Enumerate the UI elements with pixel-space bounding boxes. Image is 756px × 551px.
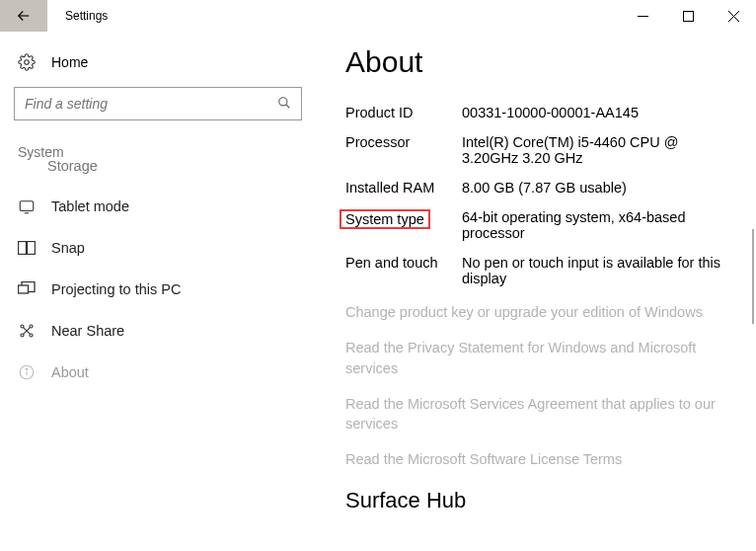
sidebar-item-label: About <box>51 364 89 380</box>
sidebar-item-about[interactable]: About <box>14 352 302 393</box>
close-button[interactable] <box>711 0 756 32</box>
svg-rect-7 <box>19 242 27 255</box>
svg-rect-10 <box>19 285 29 293</box>
sidebar-item-near-share[interactable]: Near Share <box>14 310 302 352</box>
svg-point-19 <box>26 368 27 369</box>
maximize-icon <box>683 11 694 22</box>
minimize-icon <box>638 11 648 22</box>
search-icon <box>277 96 291 113</box>
sidebar-item-label: Projecting to this PC <box>51 281 181 297</box>
snap-icon <box>18 239 36 257</box>
svg-point-14 <box>30 334 33 337</box>
spec-row-truncated: OS Build 15063.1387 <box>345 81 730 91</box>
info-icon <box>18 363 36 381</box>
spec-row-pen-touch: Pen and touch No pen or touch input is a… <box>345 255 730 286</box>
spec-value: 00331-10000-00001-AA145 <box>462 105 730 120</box>
svg-rect-1 <box>683 11 693 21</box>
sidebar-item-label: Tablet mode <box>51 198 129 214</box>
page-title: About <box>345 45 730 79</box>
gear-icon <box>18 53 36 71</box>
tablet-icon <box>18 197 36 215</box>
search-input[interactable] <box>25 96 277 112</box>
subheading-surface-hub: Surface Hub <box>345 488 730 513</box>
svg-rect-5 <box>20 201 34 211</box>
spec-row-system-type: System type 64-bit operating system, x64… <box>345 209 730 241</box>
spec-row-ram: Installed RAM 8.00 GB (7.87 GB usable) <box>345 180 730 196</box>
spec-label: OS Build <box>345 81 462 83</box>
spec-value: 64-bit operating system, x64-based proce… <box>462 209 730 241</box>
sidebar-item-storage[interactable]: Storage <box>14 158 302 186</box>
link-services-agreement[interactable]: Read the Microsoft Services Agreement th… <box>345 394 720 434</box>
spec-label: System type <box>345 209 462 229</box>
main-panel: About OS Build 15063.1387 Product ID 003… <box>316 32 756 551</box>
window-title: Settings <box>47 9 620 23</box>
svg-point-13 <box>21 334 24 337</box>
sidebar-item-projecting[interactable]: Projecting to this PC <box>14 269 302 310</box>
link-privacy-statement[interactable]: Read the Privacy Statement for Windows a… <box>345 338 720 378</box>
maximize-button[interactable] <box>665 0 711 32</box>
svg-rect-0 <box>638 16 648 17</box>
spec-label: Product ID <box>345 105 462 120</box>
back-button[interactable] <box>0 0 47 32</box>
projecting-icon <box>18 280 36 298</box>
svg-point-2 <box>25 60 30 65</box>
spec-row-processor: Processor Intel(R) Core(TM) i5-4460 CPU … <box>345 134 730 166</box>
spec-label: Pen and touch <box>345 255 462 271</box>
search-box[interactable] <box>14 87 302 120</box>
home-nav[interactable]: Home <box>14 45 302 87</box>
minimize-button[interactable] <box>620 0 665 32</box>
svg-point-3 <box>279 97 287 105</box>
window-controls <box>620 0 756 32</box>
highlight-box: System type <box>340 209 430 229</box>
sidebar: Home System Storage Tablet mode <box>0 32 316 551</box>
sidebar-item-snap[interactable]: Snap <box>14 227 302 269</box>
spec-value: Intel(R) Core(TM) i5-4460 CPU @ 3.20GHz … <box>462 134 730 166</box>
link-license-terms[interactable]: Read the Microsoft Software License Term… <box>345 449 720 469</box>
svg-point-11 <box>21 325 24 328</box>
sidebar-nav: Storage Tablet mode Snap Projecting to t… <box>14 164 302 393</box>
close-icon <box>728 11 739 22</box>
home-label: Home <box>51 54 88 70</box>
arrow-left-icon <box>15 7 33 25</box>
sidebar-item-tablet-mode[interactable]: Tablet mode <box>14 186 302 227</box>
spec-row-product-id: Product ID 00331-10000-00001-AA145 <box>345 105 730 120</box>
near-share-icon <box>18 322 36 340</box>
spec-label: Installed RAM <box>345 180 462 196</box>
sidebar-item-label: Storage <box>47 158 98 174</box>
svg-line-4 <box>286 104 290 108</box>
svg-point-12 <box>30 325 33 328</box>
svg-rect-8 <box>28 242 36 255</box>
spec-value: 8.00 GB (7.87 GB usable) <box>462 180 730 196</box>
sidebar-item-label: Near Share <box>51 323 124 339</box>
titlebar: Settings <box>0 0 756 32</box>
spec-value: No pen or touch input is available for t… <box>462 255 730 286</box>
spec-value: 15063.1387 <box>462 81 730 83</box>
sidebar-item-label: Snap <box>51 240 85 256</box>
link-change-product-key[interactable]: Change product key or upgrade your editi… <box>345 302 720 322</box>
scrollbar[interactable] <box>752 229 754 324</box>
spec-label: Processor <box>345 134 462 150</box>
